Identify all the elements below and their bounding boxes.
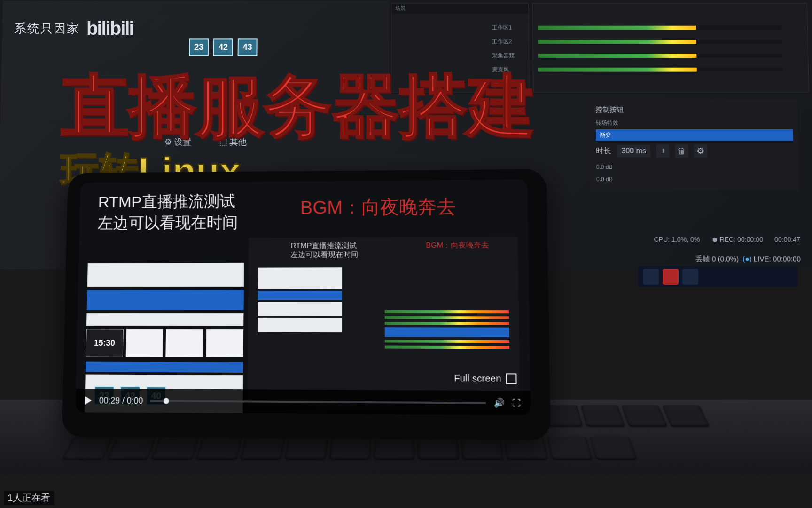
channel-name: 系统只因家 — [14, 20, 80, 37]
thumbnail-title-main: 直播服务器搭建 — [61, 61, 535, 153]
trash-icon[interactable]: 🗑 — [675, 144, 688, 158]
phone-video-playbar[interactable]: 00:29 / 0:00 🔊 ⛶ — [75, 389, 531, 415]
gear-icon[interactable]: ⚙ — [694, 144, 707, 158]
duration-value[interactable]: 300 ms — [617, 145, 651, 157]
controls-header: 控制按钮 — [595, 103, 793, 116]
play-icon[interactable] — [85, 396, 92, 405]
fullscreen-icon — [506, 373, 517, 384]
seek-thumb[interactable] — [164, 398, 169, 404]
phone-clock: 15:30 — [86, 329, 123, 357]
windows-taskbar[interactable] — [638, 266, 798, 287]
phone-screen: RTMP直播推流测试左边可以看现在时间 BGM：向夜晚奔去 15:30 RTMP… — [75, 180, 531, 415]
phone-bgm-text: BGM：向夜晚奔去 — [300, 194, 456, 220]
channel-watermark: 系统只因家 bilibili — [14, 18, 133, 39]
obs-bottom-status: 丢帧 0 (0.0%) (●) LIVE: 00:00:00 — [695, 254, 801, 263]
playbar-time: 00:29 / 0:00 — [99, 396, 143, 406]
seek-track[interactable] — [150, 400, 486, 404]
phone-overlay-text: RTMP直播推流测试左边可以看现在时间 — [97, 191, 238, 234]
taskbar-icon[interactable] — [682, 269, 698, 285]
preview-number-tiles: 23 42 43 — [189, 38, 258, 56]
phone-device: RTMP直播推流测试左边可以看现在时间 BGM：向夜晚奔去 15:30 RTMP… — [62, 169, 551, 441]
obs-controls-panel: 控制按钮 转场特效 渐变 时长 300 ms + 🗑 ⚙ 0.0 dB 0.0 … — [591, 99, 799, 190]
taskbar-icon[interactable] — [663, 269, 679, 285]
tile: 43 — [238, 38, 258, 56]
obs-status-bar: CPU: 1.0%, 0% ⏺ REC: 00:00:00 00:00:47 — [654, 236, 800, 243]
volume-icon[interactable]: 🔊 — [494, 397, 505, 408]
tile: 23 — [189, 38, 209, 56]
audio-mixer: 工作区1 工作区2 采集音频 麦克风 — [492, 20, 783, 78]
add-icon[interactable]: + — [656, 144, 670, 158]
viewer-count: 1人正在看 — [4, 491, 54, 505]
duration-label: 时长 — [596, 146, 611, 156]
expand-icon[interactable]: ⛶ — [512, 398, 521, 408]
tile: 42 — [213, 38, 233, 56]
taskbar-icon[interactable] — [643, 269, 659, 285]
bilibili-logo: bilibili — [86, 18, 133, 39]
fullscreen-button[interactable]: Full screen — [454, 373, 517, 384]
